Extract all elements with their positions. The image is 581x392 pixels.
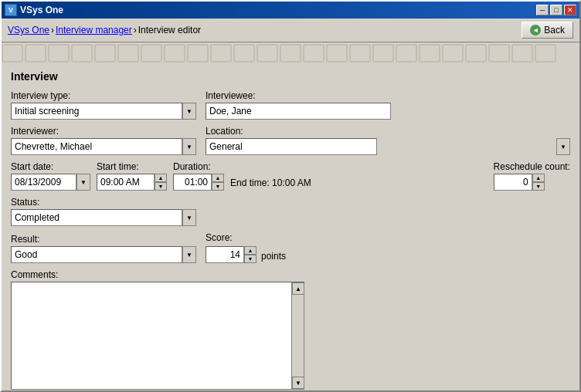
minimize-button[interactable]: ─	[536, 5, 549, 15]
interviewer-field: Interviewer: Chevrette, Michael ▼	[11, 126, 196, 155]
end-time-display: End time: 10:00 AM	[230, 177, 311, 191]
score-down-icon[interactable]: ▼	[244, 255, 257, 263]
scroll-track	[292, 295, 304, 377]
location-label: Location:	[206, 126, 570, 137]
title-bar: V VSys One ─ □ ✕	[2, 2, 579, 19]
interview-type-label: Interview type:	[11, 90, 196, 101]
duration-up-icon[interactable]: ▲	[212, 174, 224, 182]
interviewer-select[interactable]: Chevrette, Michael	[11, 138, 182, 155]
reschedule-down-icon[interactable]: ▼	[532, 182, 545, 191]
duration-input[interactable]	[173, 174, 212, 191]
title-buttons: ─ □ ✕	[536, 5, 576, 15]
end-time-label: End time: 10:00 AM	[230, 177, 311, 188]
comments-section: Comments: ▲ ▼	[11, 269, 570, 390]
title-bar-left: V VSys One	[5, 4, 63, 16]
maximize-button[interactable]: □	[550, 5, 562, 15]
score-spinner: ▲ ▼	[244, 246, 257, 263]
interviewer-select-wrapper: Chevrette, Michael ▼	[11, 138, 196, 155]
app-window: V VSys One ─ □ ✕ VSys One › Interview ma…	[0, 0, 581, 392]
status-chevron-icon: ▼	[182, 209, 196, 226]
points-label: points	[261, 251, 286, 262]
reschedule-up-icon[interactable]: ▲	[532, 174, 545, 182]
start-date-label: Start date:	[11, 161, 90, 172]
breadcrumb-sep2: ›	[134, 25, 137, 35]
interviewee-input[interactable]	[206, 103, 391, 120]
decorative-pattern	[2, 44, 558, 63]
location-select-wrapper: General ▼	[206, 138, 570, 155]
comments-textarea-wrapper: ▲ ▼	[11, 282, 304, 390]
close-button[interactable]: ✕	[564, 5, 576, 15]
duration-spinner: ▲ ▼	[212, 174, 224, 191]
start-time-wrapper: ▲ ▼	[97, 174, 167, 191]
breadcrumb-area: VSys One › Interview manager › Interview…	[2, 19, 579, 42]
start-time-label: Start time:	[97, 161, 167, 172]
start-date-field: Start date: ▼	[11, 161, 90, 191]
content-area: Interview Interview type: Initial screen…	[2, 64, 579, 390]
comments-scrollbar: ▲ ▼	[291, 282, 304, 389]
location-field: Location: General ▼	[206, 126, 570, 155]
duration-label: Duration:	[173, 161, 224, 172]
duration-down-icon[interactable]: ▼	[212, 182, 224, 191]
result-select[interactable]: Good Fair Poor Excellent	[11, 246, 182, 263]
score-input[interactable]	[206, 246, 244, 263]
status-field: Status: Completed Scheduled Cancelled ▼	[11, 197, 196, 226]
reschedule-spinner: ▲ ▼	[532, 174, 545, 191]
interview-type-chevron-icon: ▼	[182, 103, 196, 120]
row-interviewer-location: Interviewer: Chevrette, Michael ▼ Locati…	[11, 126, 570, 155]
form-grid: Interview type: Initial screening ▼ Inte…	[11, 90, 570, 390]
reschedule-field: Reschedule count: ▲ ▼	[494, 161, 570, 191]
breadcrumb-interview-manager[interactable]: Interview manager	[56, 25, 132, 35]
back-button[interactable]: ◄ Back	[522, 22, 573, 39]
reschedule-input[interactable]	[494, 174, 532, 191]
status-select-wrapper: Completed Scheduled Cancelled ▼	[11, 209, 196, 226]
result-chevron-icon: ▼	[182, 246, 196, 263]
start-time-spinner: ▲ ▼	[155, 174, 167, 191]
score-field: Score: ▲ ▼	[206, 232, 257, 263]
start-time-up-icon[interactable]: ▲	[155, 174, 167, 182]
score-up-icon[interactable]: ▲	[244, 246, 257, 255]
scroll-up-icon[interactable]: ▲	[292, 282, 304, 295]
window-title: VSys One	[20, 5, 63, 15]
duration-field: Duration: ▲ ▼	[173, 161, 224, 191]
interviewer-chevron-icon: ▼	[182, 138, 196, 155]
decorative-bar	[2, 42, 579, 64]
result-select-wrapper: Good Fair Poor Excellent ▼	[11, 246, 196, 263]
result-label: Result:	[11, 234, 196, 245]
interview-type-select[interactable]: Initial screening	[11, 103, 182, 120]
breadcrumb-sep1: ›	[51, 25, 54, 35]
row-datetime: Start date: ▼ Start time: ▲ ▼	[11, 161, 570, 191]
status-label: Status:	[11, 197, 196, 208]
start-time-field: Start time: ▲ ▼	[97, 161, 167, 191]
app-icon: V	[5, 4, 17, 16]
start-time-input[interactable]	[97, 174, 155, 191]
back-label: Back	[544, 25, 565, 35]
row-result-score: Result: Good Fair Poor Excellent ▼ Score…	[11, 232, 570, 263]
duration-wrapper: ▲ ▼	[173, 174, 224, 191]
start-date-input[interactable]	[11, 174, 76, 191]
breadcrumb: VSys One › Interview manager › Interview…	[8, 25, 201, 35]
start-date-calendar-icon[interactable]: ▼	[76, 174, 90, 191]
breadcrumb-vsysone[interactable]: VSys One	[8, 25, 49, 35]
result-field: Result: Good Fair Poor Excellent ▼	[11, 234, 196, 263]
back-icon: ◄	[530, 25, 541, 35]
status-select[interactable]: Completed Scheduled Cancelled	[11, 209, 182, 226]
interviewer-label: Interviewer:	[11, 126, 196, 137]
reschedule-label: Reschedule count:	[494, 161, 570, 172]
interview-type-field: Interview type: Initial screening ▼	[11, 90, 196, 120]
scroll-down-icon[interactable]: ▼	[292, 377, 304, 389]
start-time-down-icon[interactable]: ▼	[155, 182, 167, 191]
row-type-interviewee: Interview type: Initial screening ▼ Inte…	[11, 90, 570, 120]
section-title: Interview	[11, 70, 570, 83]
reschedule-wrapper: ▲ ▼	[494, 174, 570, 191]
comments-textarea[interactable]	[12, 282, 291, 389]
location-chevron-icon: ▼	[556, 138, 570, 155]
start-date-wrapper: ▼	[11, 174, 90, 191]
score-section: Score: ▲ ▼ points	[206, 232, 286, 263]
interview-type-select-wrapper: Initial screening ▼	[11, 103, 196, 120]
interviewee-label: Interviewee:	[206, 90, 391, 101]
breadcrumb-current: Interview editor	[138, 25, 201, 35]
comments-label: Comments:	[11, 269, 570, 280]
location-select[interactable]: General	[206, 138, 377, 155]
interviewee-field: Interviewee:	[206, 90, 391, 120]
score-wrapper: ▲ ▼	[206, 246, 257, 263]
